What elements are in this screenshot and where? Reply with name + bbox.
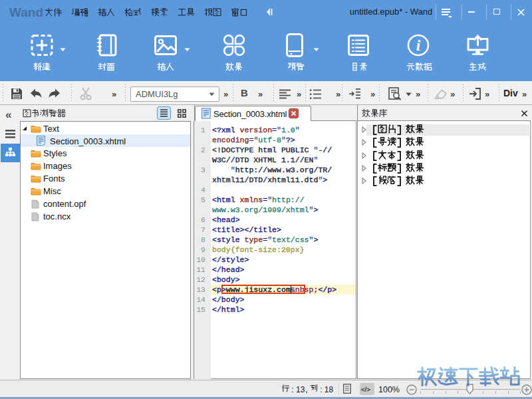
svg-text:i: i (416, 37, 421, 54)
